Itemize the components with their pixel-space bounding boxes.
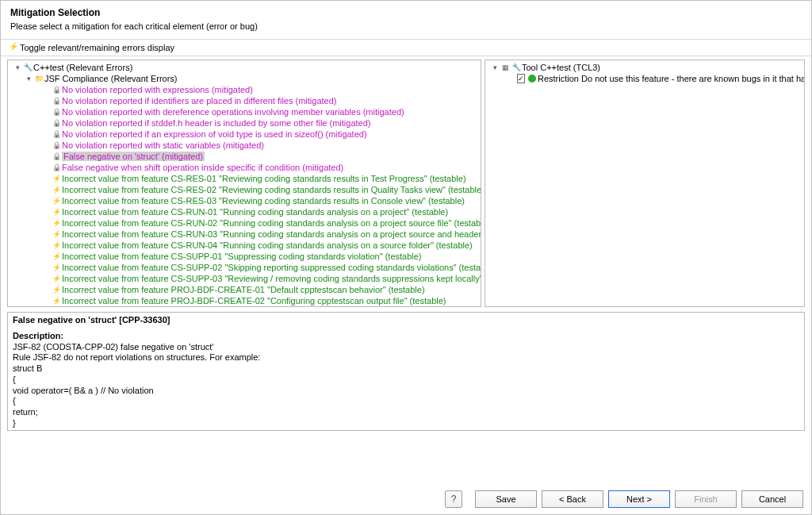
tree-item[interactable]: False negative on 'struct' (mitigated)	[8, 151, 481, 162]
tree-item[interactable]: No violation reported with dereference o…	[8, 106, 481, 117]
tree-item[interactable]: Incorrect value from feature PROJ-BDF-CR…	[8, 284, 481, 295]
tree-item-label: Incorrect value from feature CS-RUN-01 "…	[62, 207, 448, 217]
mitigation-tree-pane: Tool C++test (TCL3) Restriction Do not u…	[485, 60, 805, 307]
tree-item[interactable]: Incorrect value from feature CS-RUN-02 "…	[8, 217, 481, 229]
tree-item[interactable]: No violation reported if an expression o…	[8, 129, 481, 140]
tree-item[interactable]: Incorrect value from feature CS-SUPP-02 …	[8, 262, 481, 273]
help-button[interactable]: ?	[445, 490, 462, 508]
tree-item[interactable]: Incorrect value from feature CS-RES-01 "…	[8, 173, 481, 184]
chevron-down-icon[interactable]	[490, 63, 500, 71]
mitigation-item[interactable]: Restriction Do not use this feature - th…	[485, 73, 804, 84]
bolt-icon	[51, 196, 62, 206]
button-bar: ? Save < Back Next > Finish Cancel	[445, 490, 803, 508]
lock-icon	[51, 140, 62, 150]
tree-item-label: Incorrect value from feature PROJ-BDF-CR…	[62, 285, 425, 294]
errors-tree[interactable]: C++test (Relevant Errors) JSF Compliance…	[8, 60, 481, 306]
tree-item-label: No violation reported with dereference o…	[62, 107, 404, 117]
lock-icon	[51, 96, 62, 106]
next-button[interactable]: Next >	[608, 490, 670, 508]
mitigation-item-label: Restriction Do not use this feature - th…	[538, 74, 804, 83]
detail-line: {	[13, 375, 799, 386]
bolt-icon	[51, 229, 62, 239]
tree-group-label: JSF Compliance (Relevant Errors)	[44, 74, 178, 83]
tree-item[interactable]: False negative when shift operation insi…	[8, 162, 481, 173]
cancel-button[interactable]: Cancel	[741, 490, 803, 508]
tools-icon	[22, 63, 33, 72]
page-title: Mitigation Selection	[10, 7, 802, 18]
tree-item[interactable]: No violation reported if identifiers are…	[8, 95, 481, 106]
tree-item-label: Incorrect value from feature CS-RES-01 "…	[62, 174, 466, 183]
toggle-icon[interactable]	[9, 43, 17, 52]
bolt-icon	[51, 274, 62, 283]
tree-item-label: No violation reported with static variab…	[62, 140, 264, 150]
detail-line: return;	[13, 407, 799, 418]
back-button[interactable]: < Back	[542, 490, 603, 508]
tree-item[interactable]: Incorrect value from feature CS-RES-02 "…	[8, 184, 481, 195]
tree-item[interactable]: No violation reported if stddef.h header…	[8, 117, 481, 129]
mitigation-root[interactable]: Tool C++test (TCL3)	[485, 62, 804, 73]
tree-item[interactable]: Incorrect value from feature CS-SUPP-03 …	[8, 273, 481, 284]
lock-icon	[51, 85, 62, 94]
bolt-icon	[51, 252, 62, 261]
tree-item[interactable]: Incorrect value from feature CS-SUPP-01 …	[8, 251, 481, 262]
detail-line: struct B	[13, 363, 799, 375]
dialog-header: Mitigation Selection Please select a mit…	[1, 1, 811, 40]
tree-item-label: No violation reported with expressions (…	[62, 85, 253, 94]
detail-text[interactable]: False negative on 'struct' [CPP-33630] D…	[8, 313, 804, 430]
detail-line: Rule JSF-82 do not report violations on …	[13, 352, 799, 363]
tree-item-label: Incorrect value from feature CS-RUN-03 "…	[62, 229, 481, 239]
stack-icon	[500, 63, 511, 72]
tree-item-label: Incorrect value from feature CS-RUN-04 "…	[62, 240, 473, 250]
bolt-icon	[51, 296, 62, 306]
tree-item[interactable]: Incorrect value from feature PROJ-BDF-CR…	[8, 295, 481, 306]
tree-item-label: Incorrect value from feature CS-SUPP-01 …	[62, 252, 422, 261]
tree-item[interactable]: No violation reported with static variab…	[8, 140, 481, 151]
finish-button: Finish	[675, 490, 737, 508]
toggle-label[interactable]: Toggle relevant/remaining errors display	[20, 43, 174, 52]
tree-item-label: Incorrect value from feature CS-SUPP-02 …	[62, 263, 481, 272]
tree-item-label: No violation reported if identifiers are…	[62, 96, 336, 106]
tree-item[interactable]: Incorrect value from feature CS-RUN-04 "…	[8, 240, 481, 251]
tree-group[interactable]: JSF Compliance (Relevant Errors)	[8, 73, 481, 84]
folder-icon	[33, 74, 44, 83]
tree-item-label: No violation reported if an expression o…	[62, 129, 367, 139]
detail-title: False negative on 'struct' [CPP-33630]	[13, 315, 170, 325]
mitigation-tree[interactable]: Tool C++test (TCL3) Restriction Do not u…	[485, 60, 804, 306]
tree-root[interactable]: C++test (Relevant Errors)	[8, 62, 481, 73]
tree-item[interactable]: Incorrect value from feature CS-RUN-01 "…	[8, 206, 481, 217]
chevron-down-icon[interactable]	[13, 63, 22, 71]
errors-tree-pane: C++test (Relevant Errors) JSF Compliance…	[7, 60, 481, 307]
description-heading: Description:	[13, 331, 799, 342]
page-subtitle: Please select a mitigation for each crit…	[10, 21, 802, 31]
mitigation-root-label: Tool C++test (TCL3)	[522, 63, 600, 72]
detail-line: };	[13, 429, 799, 431]
bolt-icon	[51, 185, 62, 194]
chevron-down-icon[interactable]	[24, 75, 33, 83]
tree-item[interactable]: Incorrect value from feature CS-RES-03 "…	[8, 195, 481, 206]
detail-line: void operator=( B& a ) // No violation	[13, 386, 799, 397]
tree-item-label: Incorrect value from feature CS-RUN-02 "…	[62, 218, 481, 228]
bolt-icon	[51, 207, 62, 217]
green-status-icon	[527, 74, 538, 83]
lock-icon	[51, 152, 62, 161]
tree-item-label: Incorrect value from feature CS-SUPP-03 …	[62, 274, 481, 283]
bolt-icon	[51, 263, 62, 272]
lock-icon	[51, 107, 62, 117]
detail-pane: False negative on 'struct' [CPP-33630] D…	[7, 312, 805, 431]
tree-item-label: No violation reported if stddef.h header…	[62, 118, 371, 128]
detail-line: JSF-82 (CODSTA-CPP-02) false negative on…	[13, 342, 799, 353]
mitigation-checkbox[interactable]	[517, 74, 525, 83]
tree-item-label: False negative when shift operation insi…	[62, 163, 343, 172]
tools-icon	[511, 63, 522, 72]
detail-line: {	[13, 396, 799, 407]
tree-item-label: Incorrect value from feature PROJ-BDF-CR…	[62, 296, 446, 306]
tree-item[interactable]: No violation reported with expressions (…	[8, 84, 481, 95]
lock-icon	[51, 118, 62, 128]
tree-item[interactable]: Incorrect value from feature CS-RUN-03 "…	[8, 229, 481, 240]
tree-item-label: Incorrect value from feature CS-RES-03 "…	[62, 196, 465, 206]
bolt-icon	[51, 240, 62, 250]
save-button[interactable]: Save	[475, 490, 537, 508]
lock-icon	[51, 163, 62, 172]
tree-item-label: Incorrect value from feature CS-RES-02 "…	[62, 185, 481, 194]
toolbar: Toggle relevant/remaining errors display	[1, 40, 811, 56]
